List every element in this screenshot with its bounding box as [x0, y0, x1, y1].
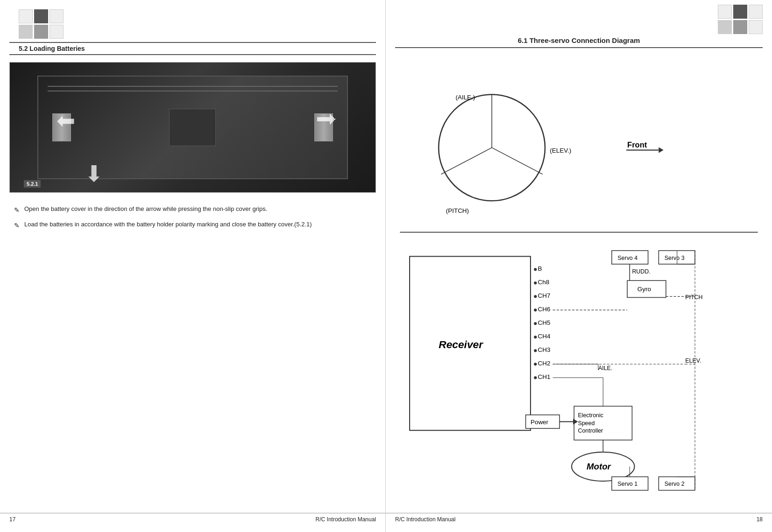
aile-label-top: (AILE.): [455, 94, 475, 101]
gyro-label: Gyro: [637, 286, 651, 293]
battery-placeholder: ⬅ ⮕ ⬇ 5.2.1: [10, 63, 375, 192]
r-logo-sq-3: [749, 5, 763, 19]
r-logo-sq-6: [749, 20, 763, 34]
svg-point-12: [534, 322, 537, 325]
section-title-loading: 5.2 Loading Batteries: [9, 42, 376, 55]
r-logo-sq-5: [733, 20, 747, 34]
svg-point-14: [534, 349, 537, 352]
left-logo: [9, 5, 376, 42]
bullet-item-1: ✎ Open the battery cover in the directio…: [14, 204, 371, 215]
left-footer: 17 R/C Introduction Manual: [0, 513, 385, 523]
left-header: [0, 0, 385, 42]
servo3-label: Servo 3: [665, 255, 685, 261]
bullet-text-1: Open the battery cover in the direction …: [24, 204, 267, 214]
esc-label-line1: Electronic: [578, 412, 603, 419]
right-page: 6.1 Three-servo Connection Diagram (AILE…: [386, 0, 772, 532]
connection-diagram-svg: (AILE.) (ELEV.) (PITCH) Front Receiver B…: [395, 53, 763, 518]
svg-point-10: [534, 295, 537, 298]
bullet-text-2: Load the batteries in accordance with th…: [24, 220, 312, 229]
r-logo-sq-4: [718, 20, 732, 34]
left-page-number: 17: [9, 516, 15, 523]
svg-point-8: [534, 268, 537, 271]
svg-point-15: [534, 363, 537, 365]
logo-sq-5: [34, 25, 48, 39]
right-page-number: 18: [757, 516, 763, 523]
r-logo-sq-2: [733, 5, 747, 19]
logo-sq-1: [19, 9, 33, 23]
arrow-down-icon: ⬇: [85, 163, 103, 185]
right-footer: R/C Introduction Manual 18: [386, 513, 772, 523]
svg-point-13: [534, 336, 537, 338]
pencil-icon-1: ✎: [14, 205, 20, 215]
ch-2: CH2: [538, 360, 550, 367]
svg-point-9: [534, 281, 537, 284]
pitch-label: PITCH: [685, 294, 702, 301]
diagram-area: (AILE.) (ELEV.) (PITCH) Front Receiver B…: [386, 53, 772, 532]
motor-label: Motor: [587, 462, 611, 471]
svg-point-16: [534, 376, 537, 379]
ch-7: CH7: [538, 292, 550, 299]
bullet-item-2: ✎ Load the batteries in accordance with …: [14, 220, 371, 231]
ch-4: CH4: [538, 333, 550, 340]
servo4-label: Servo 4: [617, 255, 637, 261]
left-content: 5.2 Loading Batteries ⬅ ⮕ ⬇: [0, 42, 385, 532]
arrow-right-icon: ⮕: [316, 110, 338, 132]
elev-label: ELEV.: [685, 357, 701, 364]
left-page: 5.2 Loading Batteries ⬅ ⮕ ⬇: [0, 0, 386, 532]
receiver-label: Receiver: [439, 338, 483, 350]
ch-6: CH6: [538, 306, 550, 313]
battery-label: 5.2.1: [24, 180, 41, 188]
elev-label-top: (ELEV.): [550, 147, 571, 154]
svg-marker-5: [659, 147, 663, 153]
arrow-left-icon: ⬅: [57, 110, 75, 132]
logo-sq-3: [50, 9, 64, 23]
front-label: Front: [627, 140, 647, 149]
aile-label: AILE.: [598, 365, 612, 371]
ch-5: CH5: [538, 319, 550, 326]
right-footer-text: R/C Introduction Manual: [395, 516, 455, 523]
right-header: [386, 0, 772, 34]
bullet-section: ✎ Open the battery cover in the directio…: [14, 204, 371, 235]
servo2-label: Servo 2: [665, 481, 685, 487]
servo1-label: Servo 1: [617, 481, 637, 487]
left-footer-text: R/C Introduction Manual: [316, 516, 376, 523]
pencil-icon-2: ✎: [14, 221, 20, 231]
logo-grid: [19, 9, 64, 39]
logo-sq-4: [19, 25, 33, 39]
svg-point-11: [534, 308, 537, 311]
logo-sq-2: [34, 9, 48, 23]
battery-image: ⬅ ⮕ ⬇ 5.2.1: [9, 62, 376, 193]
ch-3: CH3: [538, 346, 550, 353]
battery-inner: [37, 76, 348, 179]
esc-label-line3: Controller: [578, 427, 603, 434]
ch-B: B: [538, 265, 542, 272]
ch-8: Ch8: [538, 279, 549, 286]
esc-label-line2: Speed: [578, 420, 595, 427]
power-label: Power: [531, 419, 549, 426]
section-title-right: 6.1 Three-servo Connection Diagram: [395, 36, 763, 48]
rudd-label: RUDD.: [632, 268, 650, 275]
pitch-label-top: (PITCH): [446, 207, 469, 214]
ch-1: CH1: [538, 373, 550, 380]
r-logo-sq-1: [718, 5, 732, 19]
right-logo-grid: [718, 5, 763, 34]
logo-sq-6: [50, 25, 64, 39]
